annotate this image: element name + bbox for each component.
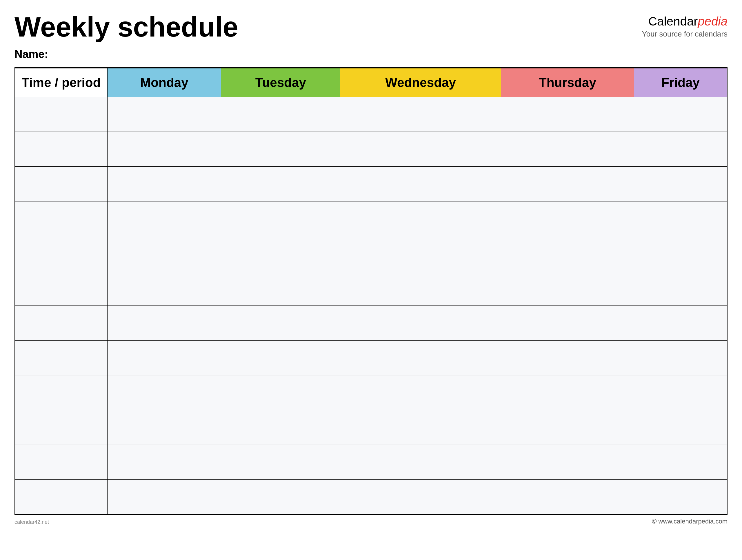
schedule-cell[interactable] (221, 375, 340, 410)
schedule-cell[interactable] (108, 341, 221, 375)
schedule-cell[interactable] (108, 201, 221, 236)
schedule-cell[interactable] (634, 445, 727, 480)
schedule-cell[interactable] (634, 167, 727, 201)
schedule-cell[interactable] (221, 306, 340, 341)
schedule-cell[interactable] (634, 341, 727, 375)
table-row (15, 341, 727, 375)
schedule-cell[interactable] (634, 236, 727, 271)
time-cell (15, 445, 108, 480)
page: Weekly schedule Calendarpedia Your sourc… (0, 0, 742, 560)
title-area: Weekly schedule (14, 12, 238, 42)
table-row (15, 271, 727, 306)
schedule-cell[interactable] (221, 480, 340, 514)
schedule-cell[interactable] (634, 375, 727, 410)
schedule-cell[interactable] (340, 236, 501, 271)
schedule-cell[interactable] (108, 306, 221, 341)
logo-brand: Calendar (648, 14, 698, 28)
schedule-cell[interactable] (340, 167, 501, 201)
schedule-cell[interactable] (340, 132, 501, 167)
schedule-cell[interactable] (108, 167, 221, 201)
col-header-thursday: Thursday (501, 68, 634, 97)
schedule-cell[interactable] (634, 306, 727, 341)
logo-brand-italic: pedia (698, 14, 728, 28)
time-cell (15, 132, 108, 167)
schedule-cell[interactable] (501, 236, 634, 271)
schedule-cell[interactable] (634, 97, 727, 132)
schedule-cell[interactable] (108, 271, 221, 306)
schedule-cell[interactable] (501, 306, 634, 341)
time-cell (15, 236, 108, 271)
schedule-cell[interactable] (108, 480, 221, 514)
schedule-cell[interactable] (501, 167, 634, 201)
col-header-time: Time / period (15, 68, 108, 97)
schedule-cell[interactable] (221, 410, 340, 445)
schedule-cell[interactable] (501, 341, 634, 375)
schedule-cell[interactable] (501, 375, 634, 410)
time-cell (15, 306, 108, 341)
schedule-cell[interactable] (340, 375, 501, 410)
schedule-cell[interactable] (221, 271, 340, 306)
schedule-cell[interactable] (340, 480, 501, 514)
schedule-cell[interactable] (108, 410, 221, 445)
schedule-cell[interactable] (221, 167, 340, 201)
table-row (15, 132, 727, 167)
col-header-monday: Monday (108, 68, 221, 97)
schedule-cell[interactable] (501, 410, 634, 445)
header-row: Time / period Monday Tuesday Wednesday T… (15, 68, 727, 97)
schedule-cell[interactable] (221, 236, 340, 271)
schedule-cell[interactable] (634, 271, 727, 306)
schedule-cell[interactable] (108, 236, 221, 271)
logo-tagline: Your source for calendars (642, 30, 728, 39)
schedule-cell[interactable] (221, 97, 340, 132)
time-cell (15, 480, 108, 514)
schedule-cell[interactable] (221, 445, 340, 480)
schedule-cell[interactable] (501, 201, 634, 236)
table-row (15, 410, 727, 445)
schedule-cell[interactable] (501, 271, 634, 306)
schedule-cell[interactable] (221, 132, 340, 167)
table-row (15, 375, 727, 410)
table-row (15, 480, 727, 514)
schedule-cell[interactable] (340, 97, 501, 132)
schedule-cell[interactable] (221, 201, 340, 236)
schedule-cell[interactable] (634, 132, 727, 167)
col-header-wednesday: Wednesday (340, 68, 501, 97)
name-label: Name: (14, 48, 728, 61)
header: Weekly schedule Calendarpedia Your sourc… (14, 12, 728, 42)
col-header-tuesday: Tuesday (221, 68, 340, 97)
schedule-cell[interactable] (634, 410, 727, 445)
time-cell (15, 271, 108, 306)
schedule-cell[interactable] (501, 132, 634, 167)
time-cell (15, 410, 108, 445)
schedule-cell[interactable] (501, 480, 634, 514)
schedule-cell[interactable] (634, 201, 727, 236)
schedule-cell[interactable] (221, 341, 340, 375)
schedule-cell[interactable] (340, 445, 501, 480)
table-row (15, 201, 727, 236)
footer-area: calendar42.net © www.calendarpedia.com (14, 518, 728, 525)
logo-text: Calendarpedia (648, 14, 728, 29)
page-title: Weekly schedule (14, 12, 238, 42)
table-row (15, 97, 727, 132)
schedule-cell[interactable] (108, 132, 221, 167)
schedule-cell[interactable] (340, 306, 501, 341)
schedule-cell[interactable] (340, 410, 501, 445)
time-cell (15, 167, 108, 201)
schedule-cell[interactable] (634, 480, 727, 514)
schedule-table: Time / period Monday Tuesday Wednesday T… (14, 68, 728, 515)
schedule-cell[interactable] (108, 97, 221, 132)
schedule-cell[interactable] (501, 97, 634, 132)
logo-area: Calendarpedia Your source for calendars (642, 12, 728, 39)
schedule-cell[interactable] (108, 445, 221, 480)
time-cell (15, 341, 108, 375)
schedule-cell[interactable] (108, 375, 221, 410)
schedule-cell[interactable] (340, 201, 501, 236)
table-row (15, 306, 727, 341)
footer-small: calendar42.net (14, 519, 49, 525)
col-header-friday: Friday (634, 68, 727, 97)
time-cell (15, 375, 108, 410)
time-cell (15, 201, 108, 236)
schedule-cell[interactable] (340, 341, 501, 375)
schedule-cell[interactable] (501, 445, 634, 480)
schedule-cell[interactable] (340, 271, 501, 306)
